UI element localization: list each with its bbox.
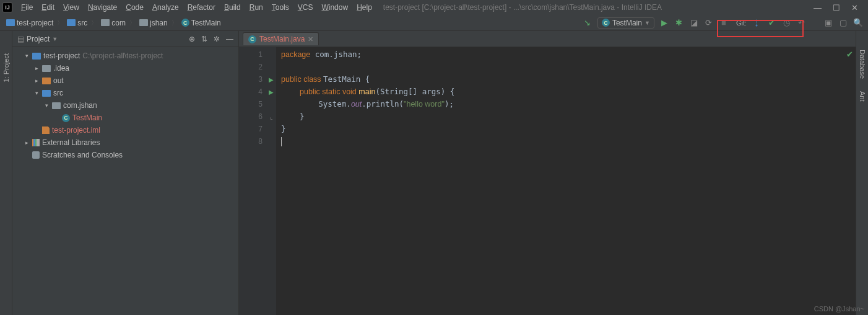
- tree-item[interactable]: ▸.idea: [12, 62, 238, 74]
- minimize-icon[interactable]: —: [814, 3, 822, 12]
- window-title: test-project [C:\project-all\test-projec…: [383, 3, 814, 12]
- breadcrumb-item[interactable]: CTestMain: [180, 19, 222, 27]
- tree-item[interactable]: CTestMain: [12, 112, 238, 124]
- project-panel-title: Project: [27, 35, 50, 43]
- project-panel-header: ▤ Project ▼ ⊕ ⇅ ✲ —: [12, 31, 238, 47]
- menu-window[interactable]: Window: [318, 2, 352, 13]
- git-label: Git:: [736, 19, 747, 27]
- class-icon: C: [602, 19, 610, 27]
- coverage-icon[interactable]: ◪: [689, 18, 699, 28]
- tree-item[interactable]: test-project.iml: [12, 124, 238, 136]
- ide-settings-icon[interactable]: ▢: [838, 18, 848, 28]
- breadcrumb-item[interactable]: com: [100, 19, 127, 27]
- tree-item[interactable]: ▾test-project C:\project-all\test-projec…: [12, 50, 238, 62]
- menu-help[interactable]: Help: [353, 2, 376, 13]
- tree-item[interactable]: ▾com.jshan: [12, 99, 238, 112]
- hide-icon[interactable]: —: [226, 35, 233, 43]
- dropdown-icon[interactable]: ▼: [52, 36, 58, 42]
- editor-tab[interactable]: C TestMain.java ✕: [243, 32, 319, 45]
- title-bar: IJ FileEditViewNavigateCodeAnalyzeRefact…: [0, 0, 868, 15]
- project-icon: ▤: [17, 35, 24, 43]
- debug-icon[interactable]: ✱: [674, 18, 684, 28]
- gutter-marks[interactable]: ▶▶⌞: [266, 47, 276, 315]
- menu-edit[interactable]: Edit: [38, 2, 58, 13]
- menu-refactor[interactable]: Refactor: [184, 2, 219, 13]
- tree-item[interactable]: ▸External Libraries: [12, 136, 238, 149]
- tree-item[interactable]: Scratches and Consoles: [12, 149, 238, 161]
- git-update-icon[interactable]: ⭭: [752, 18, 762, 28]
- menu-code[interactable]: Code: [122, 2, 147, 13]
- class-icon: C: [248, 35, 256, 43]
- profile-icon[interactable]: ⟳: [704, 18, 714, 28]
- breadcrumb-item[interactable]: test-project: [5, 19, 54, 27]
- menu-navigate[interactable]: Navigate: [84, 2, 121, 13]
- menu-analyze[interactable]: Analyze: [149, 2, 183, 13]
- select-opened-icon[interactable]: ⊕: [189, 35, 195, 43]
- dropdown-icon: ▼: [644, 20, 650, 26]
- menu-file[interactable]: File: [17, 2, 37, 13]
- main-area: 1: Project ▤ Project ▼ ⊕ ⇅ ✲ — ▾test-pro…: [0, 31, 868, 315]
- menu-bar: FileEditViewNavigateCodeAnalyzeRefactorB…: [17, 2, 376, 13]
- search-icon[interactable]: 🔍: [853, 18, 863, 28]
- breadcrumb-item[interactable]: src: [66, 19, 89, 27]
- navigation-bar: test-project〉src〉com〉jshan〉CTestMain ↘ C…: [0, 15, 868, 31]
- menu-view[interactable]: View: [59, 2, 83, 13]
- menu-build[interactable]: Build: [220, 2, 245, 13]
- run-config-label: TestMain: [612, 19, 642, 27]
- stop-icon[interactable]: ■: [719, 18, 729, 28]
- breadcrumb[interactable]: test-project〉src〉com〉jshan〉CTestMain: [5, 19, 583, 27]
- run-icon[interactable]: ▶: [659, 18, 669, 28]
- run-configuration[interactable]: C TestMain ▼: [597, 17, 654, 29]
- toolbar: ↘ C TestMain ▼ ▶ ✱ ◪ ⟳ ■ Git: ⭭ ✔ ◷ ↶ ▣ …: [583, 17, 863, 29]
- close-icon[interactable]: ✕: [851, 3, 858, 12]
- maximize-icon[interactable]: ☐: [833, 3, 840, 12]
- editor-area: C TestMain.java ✕ 12345678 ▶▶⌞ package c…: [239, 31, 856, 315]
- tree-item[interactable]: ▸out: [12, 74, 238, 87]
- project-structure-icon[interactable]: ▣: [823, 18, 833, 28]
- database-tool-tab[interactable]: Database: [859, 50, 866, 79]
- close-tab-icon[interactable]: ✕: [308, 35, 313, 43]
- build-icon[interactable]: ↘: [583, 18, 592, 28]
- right-tool-stripe: Database Ant: [856, 31, 868, 315]
- app-logo: IJ: [2, 2, 12, 12]
- project-panel: ▤ Project ▼ ⊕ ⇅ ✲ — ▾test-project C:\pro…: [12, 31, 239, 315]
- menu-vcs[interactable]: VCS: [294, 2, 317, 13]
- left-tool-stripe: 1: Project: [0, 31, 12, 315]
- git-commit-icon[interactable]: ✔: [766, 18, 776, 28]
- git-rollback-icon[interactable]: ↶: [796, 18, 806, 28]
- editor-tabs: C TestMain.java ✕: [239, 31, 856, 47]
- tab-label: TestMain.java: [259, 35, 305, 43]
- breadcrumb-item[interactable]: jshan: [138, 19, 169, 27]
- menu-run[interactable]: Run: [246, 2, 267, 13]
- project-tree[interactable]: ▾test-project C:\project-all\test-projec…: [12, 47, 238, 164]
- ant-tool-tab[interactable]: Ant: [859, 91, 866, 102]
- settings-icon[interactable]: ✲: [214, 35, 220, 43]
- menu-tools[interactable]: Tools: [268, 2, 293, 13]
- expand-all-icon[interactable]: ⇅: [201, 35, 207, 43]
- tree-item[interactable]: ▾src: [12, 87, 238, 99]
- window-controls: — ☐ ✕: [814, 3, 866, 12]
- editor-body: 12345678 ▶▶⌞ package com.jshan; public c…: [239, 47, 856, 315]
- git-history-icon[interactable]: ◷: [781, 18, 791, 28]
- inspection-ok-icon[interactable]: ✔: [846, 50, 853, 59]
- project-tool-tab[interactable]: 1: Project: [2, 50, 10, 86]
- watermark: CSDN @Jshan~: [814, 305, 864, 313]
- line-gutter[interactable]: 12345678: [239, 47, 266, 315]
- code-editor[interactable]: package com.jshan; public class TestMain…: [276, 47, 856, 315]
